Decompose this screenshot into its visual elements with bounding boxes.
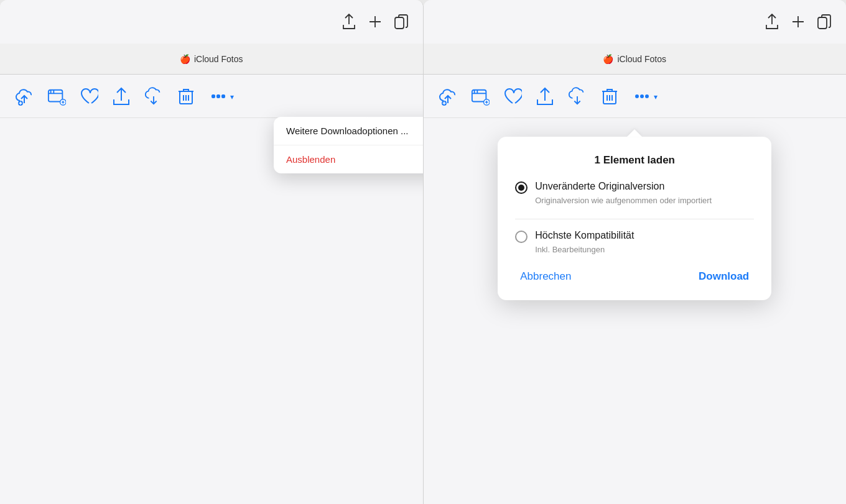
tab-label-right[interactable]: iCloud Fotos	[617, 54, 666, 64]
add-tab-icon-right[interactable]	[791, 15, 805, 29]
more-chevron-left: ▾	[230, 93, 234, 101]
option-original[interactable]: Unveränderte Originalversion Originalver…	[515, 180, 754, 206]
more-chevron-right: ▾	[654, 93, 658, 101]
right-toolbar: ▾	[424, 75, 847, 118]
svg-rect-2	[395, 17, 404, 29]
favorite-btn-left[interactable]	[80, 87, 98, 106]
upload-btn-left[interactable]	[15, 87, 34, 106]
download-btn-right[interactable]	[568, 87, 587, 106]
svg-rect-27	[818, 17, 827, 29]
download-btn-left[interactable]	[144, 87, 163, 106]
delete-btn-right[interactable]	[600, 87, 619, 106]
add-tab-icon-left[interactable]	[368, 15, 382, 29]
left-panel: 🍎 iCloud Fotos	[0, 0, 424, 504]
add-album-btn-right[interactable]	[471, 87, 490, 106]
dialog-arrow	[627, 129, 642, 137]
download-dialog: 1 Element laden Unveränderte Originalver…	[498, 137, 771, 300]
apple-logo-left: 🍎	[180, 54, 190, 64]
right-top-bar	[424, 0, 847, 44]
dropdown-menu-left: Weitere Downloadoptionen ... Ausblenden	[274, 117, 424, 173]
option-compatible[interactable]: Höchste Kompatibilität Inkl. Bearbeitung…	[515, 229, 754, 255]
option-compatible-label: Höchste Kompatibilität	[535, 229, 634, 242]
dropdown-item-more-options[interactable]: Weitere Downloadoptionen ...	[274, 117, 424, 145]
option-original-label: Unveränderte Originalversion	[535, 180, 712, 193]
share-btn-right[interactable]	[536, 87, 554, 106]
left-content	[0, 118, 423, 504]
cancel-button[interactable]: Abbrechen	[515, 268, 576, 285]
upload-btn-right[interactable]	[439, 87, 457, 106]
svg-point-45	[641, 95, 643, 98]
radio-original[interactable]	[515, 181, 528, 194]
share-icon-right[interactable]	[765, 14, 779, 30]
copy-icon-left[interactable]	[394, 14, 408, 29]
right-content: 1 Element laden Unveränderte Originalver…	[424, 118, 847, 504]
share-icon-left[interactable]	[342, 14, 356, 30]
left-toolbar: ▾ Weitere Downloadoptionen ... Ausblende…	[0, 75, 423, 118]
apple-logo-right: 🍎	[603, 54, 613, 64]
download-button[interactable]: Download	[694, 268, 754, 285]
more-btn-right[interactable]: ▾	[633, 87, 658, 106]
right-tab-bar: 🍎 iCloud Fotos	[424, 44, 847, 75]
right-panel: 🍎 iCloud Fotos	[424, 0, 847, 504]
share-btn-left[interactable]	[112, 87, 131, 106]
radio-compatible[interactable]	[515, 231, 528, 243]
dropdown-item-hide[interactable]: Ausblenden	[274, 145, 424, 173]
left-top-bar	[0, 0, 423, 44]
add-album-btn-left[interactable]	[47, 87, 66, 106]
dialog-actions: Abbrechen Download	[515, 268, 754, 285]
copy-icon-right[interactable]	[817, 14, 831, 29]
tab-label-left[interactable]: iCloud Fotos	[194, 54, 243, 64]
svg-point-46	[646, 95, 648, 98]
dialog-divider	[515, 219, 754, 219]
left-tab-bar: 🍎 iCloud Fotos	[0, 44, 423, 75]
dialog-title: 1 Element laden	[515, 154, 754, 167]
favorite-btn-right[interactable]	[503, 87, 522, 106]
delete-btn-left[interactable]	[177, 87, 195, 106]
svg-point-44	[636, 95, 638, 98]
option-original-desc: Originalversion wie aufgenommen oder imp…	[535, 195, 712, 206]
more-btn-left[interactable]: ▾	[209, 87, 234, 106]
option-compatible-desc: Inkl. Bearbeitungen	[535, 244, 634, 255]
